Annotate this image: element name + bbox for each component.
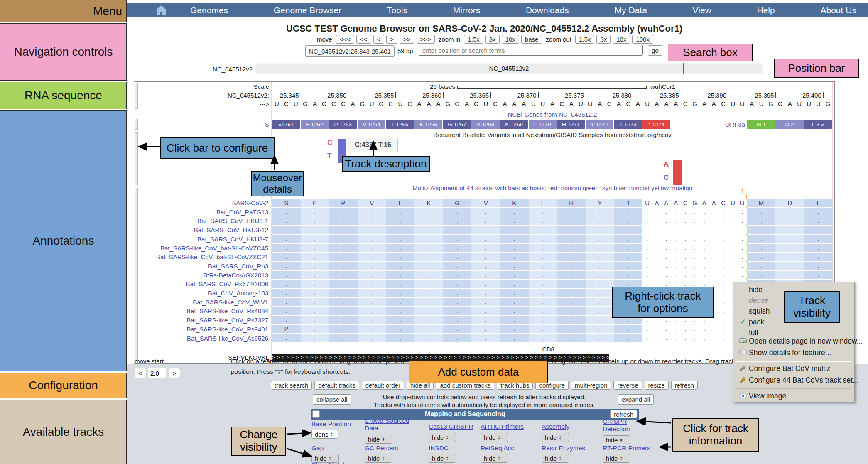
track-link-crowd-sourced-data[interactable]: Data [365, 425, 378, 432]
track-link-crispr-detection[interactable]: CRISPR [603, 418, 627, 425]
track-link-crispr-detection[interactable]: Detection [603, 425, 630, 433]
track-link-insdc[interactable]: INSDC [429, 444, 449, 452]
zoom-out-3x-button[interactable]: 3x [596, 35, 611, 44]
nav-item-genomes[interactable]: Genomes [190, 5, 228, 15]
track-visibility-select-insdc[interactable]: hide▲▼ [429, 454, 456, 463]
strain-label-bat-sars-cov-hku3-1[interactable]: Bat_SARS_CoV_HKU3-1 [141, 217, 268, 224]
strain-label-bat-sars-like-cov-rs9401[interactable]: Bat_SARS-like_CoV_Rs9401 [141, 326, 268, 333]
action-button-multi-region[interactable]: multi-region [571, 381, 611, 390]
zoom-in-1-5x-button[interactable]: 1.5x [464, 35, 483, 44]
zoom-out-1-5x-button[interactable]: 1.5x [575, 35, 594, 44]
track-visibility-select-assembly[interactable]: hide▲▼ [542, 433, 569, 442]
track-visibility-select-artic-primers[interactable]: hide▲▼ [481, 433, 508, 442]
move--button[interactable]: >> [400, 35, 414, 44]
gene-codon-l-3[interactable]: L 3 » [804, 120, 832, 129]
nav-item-my-data[interactable]: My Data [615, 5, 647, 15]
action-button-resize[interactable]: resize [645, 381, 669, 390]
gene-codon-d-2[interactable]: D 2 [775, 120, 803, 129]
track-visibility-select-cas13-crispr[interactable]: hide▲▼ [429, 433, 456, 442]
track-link-gap[interactable]: Gap [311, 444, 324, 452]
move-start-value-input[interactable] [148, 368, 166, 378]
current-position-box[interactable]: NC_045512v2:25,343-25,401 [305, 45, 395, 57]
nav-item-about-us[interactable]: About Us [821, 5, 856, 15]
gene-codon-v-1264[interactable]: V 1264 [358, 120, 385, 129]
gene-codon-p-1263[interactable]: P 1263 [329, 120, 357, 129]
context-menu-item-show-details-for-feature[interactable]: Show details for feature... [749, 349, 831, 357]
gene-codon-k-1269[interactable]: K 1269 [500, 120, 528, 129]
action-button-refresh[interactable]: refresh [671, 381, 698, 390]
move--button[interactable]: >>> [417, 35, 435, 44]
track-link-cas13-crispr[interactable]: Cas13 CRISPR [429, 423, 473, 430]
strain-label-bat-sars-like-cov-rs7327[interactable]: Bat_SARS-like_CoV_Rs7327 [141, 317, 268, 324]
strain-label-bat-cov-anlong-103[interactable]: Bat_CoV_Anlong-103 [141, 290, 268, 297]
nav-item-tools[interactable]: Tools [387, 5, 407, 15]
chromosome-position-bar[interactable]: NC_045512v2 [255, 63, 763, 74]
strain-label-btrs-betacov-gx2013[interactable]: BtRs-BetaCoV/GX2013 [141, 272, 268, 279]
strain-label-bat-sars-like-cov-bat-sl-covzc45[interactable]: Bat_SARS-like_CoV_bat-SL-CoVZC45 [141, 245, 268, 252]
group-refresh-button[interactable]: refresh [610, 410, 637, 418]
gene-codon-h-1271[interactable]: H 1271 [557, 120, 585, 129]
zoom-in-3x-button[interactable]: 3x [485, 35, 500, 44]
track-link-crowd-sourced-data[interactable]: Crowd-Sourced [365, 417, 409, 425]
track-side-bar[interactable] [135, 188, 138, 363]
move--button[interactable]: < [373, 35, 385, 44]
track-visibility-select-restr-enzymes[interactable]: hide▲▼ [542, 454, 569, 463]
context-menu-item-configure-44-bat-covs-track-set[interactable]: Configure 44 Bat CoVs track set... [749, 376, 859, 385]
gene-codon-e-1262[interactable]: E 1262 [301, 120, 329, 129]
gene-codon-y-1272[interactable]: Y 1272 [586, 120, 613, 129]
strain-label-bat-sars-cov-rs672-2006[interactable]: Bat_SARS_CoV_Rs672/2006 [141, 280, 268, 287]
context-menu-item-configure-bat-cov-multiz[interactable]: Configure Bat CoV multiz [749, 364, 830, 373]
gene-codon-t-1273[interactable]: T 1273 [614, 120, 642, 129]
strain-label-bat-sars-cov-rp3[interactable]: Bat_SARS_CoV_Rp3 [141, 263, 268, 270]
zoom-in-base-button[interactable]: base [521, 35, 542, 44]
zoom-out-10x-button[interactable]: 10x [613, 35, 630, 44]
strain-label-bat-sars-like-cov-as6526[interactable]: Bat_SARS-like_CoV_As6526 [141, 335, 268, 342]
go-button[interactable]: go [648, 45, 662, 56]
track-link-base-position[interactable]: Base Position [311, 420, 351, 428]
track-visibility-select-rt-pcr-primers[interactable]: hide▲▼ [603, 454, 630, 463]
track-visibility-select-base-position[interactable]: dens▲▼ [311, 430, 338, 439]
action-button-default-tracks[interactable]: default tracks [314, 381, 359, 390]
context-menu-item-squish[interactable]: squish [749, 307, 770, 316]
collapse-group-button[interactable]: - [312, 410, 320, 418]
variant2-bar[interactable] [673, 160, 682, 185]
track-link-artic-primers[interactable]: ARTIC Primers [481, 423, 524, 430]
track-link-restr-enzymes[interactable]: Restr Enzymes [542, 444, 585, 452]
strain-label-bat-sars-cov-hku3-7[interactable]: Bat_SARS_CoV_HKU3-7 [141, 236, 268, 243]
context-menu-item-dense[interactable]: dense [749, 296, 769, 305]
move-start-back-button[interactable]: < [135, 368, 146, 378]
move--button[interactable]: > [386, 35, 397, 44]
nav-item-help[interactable]: Help [757, 5, 775, 15]
move-start-forward-button[interactable]: > [169, 368, 180, 378]
move--button[interactable]: << [356, 35, 371, 44]
zoom-out-100x-button[interactable]: 100x [632, 35, 653, 44]
gene-codon-1261[interactable]: «1261 [272, 120, 300, 129]
strain-label-bat-sars-like-cov-rs4084[interactable]: Bat_SARS-like_CoV_Rs4084 [141, 307, 268, 314]
gene-codon-m-1[interactable]: M 1 [747, 120, 775, 129]
gene-codon-v-1268[interactable]: V 1268 [471, 120, 499, 129]
home-icon[interactable] [155, 5, 167, 16]
strain-label-bat-sars-like-cov-wiv1[interactable]: Bat_SARS-like_CoV_WIV1 [141, 299, 268, 306]
context-menu-item-hide[interactable]: hide [749, 285, 763, 294]
context-menu-item-view-image[interactable]: View image [749, 392, 786, 400]
context-menu-item-open-details-page-in-new-window[interactable]: Open details page in new window... [749, 337, 863, 346]
strain-label-bat-sars-like-cov-bat-sl-covzxc21[interactable]: Bat_SARS-like_CoV_bat-SL-CoVZXC21 [141, 253, 268, 260]
zoom-in-10x-button[interactable]: 10x [502, 35, 519, 44]
track-visibility-select-crowd-sourced-data[interactable]: hide▲▼ [365, 435, 392, 444]
expand-all-button[interactable]: expand all [618, 394, 654, 405]
gene-codon-k-1266[interactable]: K 1266 [414, 120, 442, 129]
gene-codon-g-1267[interactable]: G 1267 [443, 120, 471, 129]
nav-item-view[interactable]: View [693, 5, 711, 15]
action-button-default-order[interactable]: default order [362, 381, 404, 390]
gene-codon-l-1265[interactable]: L 1265 [386, 120, 414, 129]
strain-label-sars-cov-2[interactable]: SARS-CoV-2 [141, 199, 268, 206]
move--button[interactable]: <<< [336, 35, 354, 44]
track-visibility-select-refseq-acc[interactable]: hide▲▼ [481, 454, 508, 463]
strain-label-bat-sars-cov-hku3-12[interactable]: Bat_SARS_CoV_HKU3-12 [141, 226, 268, 233]
context-menu-item-pack[interactable]: pack [749, 318, 764, 327]
track-side-bar[interactable] [135, 83, 138, 109]
nav-item-genome-browser[interactable]: Genome Browser [274, 5, 341, 15]
gene-codon-1274[interactable]: * 1274 [642, 120, 670, 129]
track-visibility-select-gc-percent[interactable]: hide▲▼ [365, 454, 392, 463]
nav-item-downloads[interactable]: Downloads [526, 5, 569, 15]
